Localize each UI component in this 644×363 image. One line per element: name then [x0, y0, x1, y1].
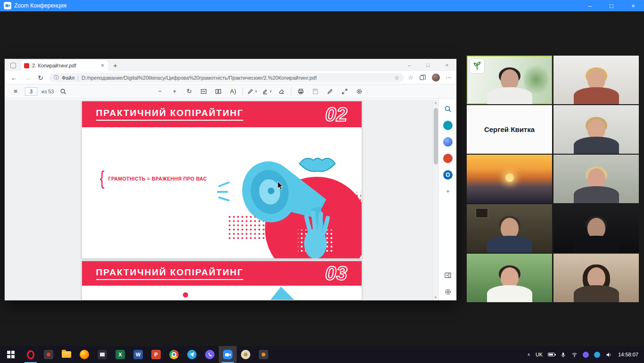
language-indicator[interactable]: UK	[536, 352, 543, 357]
taskbar-word-icon[interactable]: W	[129, 346, 147, 363]
read-aloud-button[interactable]: A)	[228, 86, 238, 97]
zoom-in-button[interactable]: +	[169, 86, 180, 97]
back-button[interactable]: ←	[9, 74, 19, 82]
scroll-down-icon[interactable]: ∨	[434, 294, 437, 300]
maximize-button[interactable]: □	[601, 0, 622, 11]
participant-tile-sunset[interactable]	[467, 155, 552, 203]
scroll-up-icon[interactable]: ∧	[434, 99, 437, 106]
pdf-settings-button[interactable]	[354, 86, 364, 97]
participant-tile[interactable]	[553, 56, 639, 104]
browser-minimize-button[interactable]: –	[400, 59, 419, 71]
taskbar-app-icon-1[interactable]	[40, 346, 58, 363]
chevron-down-icon: ∨	[255, 89, 257, 93]
taskbar-powerpoint-icon[interactable]: P	[147, 346, 165, 363]
taskbar: X W P ∧ UK 14:58:07	[0, 346, 644, 363]
hidden-icons-chevron[interactable]: ∧	[527, 352, 530, 357]
taskbar-zoom-icon[interactable]	[219, 346, 237, 363]
workspaces-icon[interactable]	[10, 63, 16, 68]
scrollbar-thumb[interactable]	[434, 108, 438, 165]
collections-button[interactable]	[419, 74, 426, 81]
slide-note-text: ГРАМОТНІСТЬ = ВРАЖЕННЯ ПРО ВАС	[108, 176, 207, 182]
taskbar-app-icon-2[interactable]	[93, 346, 111, 363]
sidebar-designer-icon[interactable]	[443, 137, 453, 147]
pdf-scrollbar[interactable]: ∧ ∨	[432, 99, 438, 300]
fit-page-button[interactable]	[198, 86, 209, 97]
print-button[interactable]	[296, 86, 306, 97]
profile-avatar[interactable]	[432, 74, 440, 82]
taskbar-file-explorer-icon[interactable]	[58, 346, 75, 363]
address-bar[interactable]: ⓘ Файл | D:/преподавание/Digital%20liter…	[49, 73, 404, 82]
erase-button[interactable]	[276, 86, 287, 97]
viber-tray-icon[interactable]	[583, 352, 589, 358]
taskbar-app-icon-3[interactable]	[237, 346, 255, 363]
browser-maximize-button[interactable]: □	[419, 59, 438, 71]
start-button[interactable]	[0, 346, 22, 363]
participant-tile-name-only[interactable]: Сергей Квитка	[467, 105, 552, 154]
slide-title: ПРАКТИЧНИЙ КОПІРАЙТИНГ	[96, 267, 244, 280]
highlight-button[interactable]: ∨	[262, 86, 272, 97]
participant-tile[interactable]	[553, 155, 639, 203]
page-number-input[interactable]	[25, 87, 37, 96]
sidebar-settings-icon[interactable]	[443, 287, 453, 297]
pdf-toolbar: ≡ из 53 − + ↻ A) ∨ ∨	[5, 84, 456, 99]
sidebar-add-icon[interactable]: +	[443, 187, 453, 196]
participant-tile-active-speaker[interactable]	[467, 56, 552, 104]
pdf-search-button[interactable]	[58, 86, 68, 97]
pdf-slide-1: ПРАКТИЧНИЙ КОПІРАЙТИНГ 02 { ГРАМОТНІСТЬ …	[82, 101, 362, 259]
participant-tile[interactable]	[467, 204, 552, 253]
edge-sidebar: O +	[439, 99, 456, 300]
sidebar-search-icon[interactable]	[443, 104, 453, 114]
favorites-button[interactable]: ☆	[408, 74, 413, 81]
address-divider: |	[77, 75, 79, 81]
participant-tile[interactable]	[553, 254, 639, 302]
sunset-sun	[505, 173, 514, 182]
slide-number: 02	[325, 105, 347, 124]
browser-menu-button[interactable]: ⋯	[446, 74, 452, 81]
taskbar-firefox-icon[interactable]	[75, 346, 93, 363]
pdf-viewport[interactable]: ПРАКТИЧНИЙ КОПІРАЙТИНГ 02 { ГРАМОТНІСТЬ …	[5, 99, 439, 300]
clock[interactable]: 14:58:07	[618, 352, 638, 357]
new-tab-button[interactable]: +	[113, 61, 117, 69]
minimize-button[interactable]: –	[579, 0, 601, 11]
microphone-tray-icon[interactable]	[560, 352, 566, 358]
telegram-tray-icon[interactable]	[594, 352, 600, 358]
sidebar-games-icon[interactable]	[443, 154, 453, 163]
browser-tab[interactable]: 2. Копирайтинг.pdf ×	[21, 60, 108, 71]
participant-tile[interactable]	[553, 105, 639, 154]
sidebar-discover-icon[interactable]	[443, 121, 453, 130]
volume-tray-icon[interactable]	[605, 352, 611, 358]
meeting-stage: 2. Копирайтинг.pdf × + – □ × ← → ↻ ⓘ Фай…	[0, 11, 644, 346]
taskbar-excel-icon[interactable]: X	[111, 346, 129, 363]
taskbar-opera-icon[interactable]	[22, 346, 40, 363]
taskbar-chrome-icon[interactable]	[165, 346, 183, 363]
browser-close-button[interactable]: ×	[438, 59, 456, 71]
browser-window: 2. Копирайтинг.pdf × + – □ × ← → ↻ ⓘ Фай…	[5, 59, 456, 300]
chevron-down-icon: ∨	[269, 89, 272, 93]
refresh-button[interactable]: ↻	[36, 74, 45, 82]
taskbar-app-icon-4[interactable]	[255, 346, 272, 363]
file-info-icon[interactable]: ⓘ	[54, 74, 59, 81]
participant-tile[interactable]	[467, 254, 552, 302]
tab-strip: 2. Копирайтинг.pdf × + – □ ×	[5, 59, 456, 71]
participant-tile[interactable]	[553, 204, 639, 253]
sidebar-collapse-icon[interactable]	[443, 271, 453, 280]
network-tray-icon[interactable]	[571, 352, 578, 358]
page-view-button[interactable]	[213, 86, 223, 97]
save-button[interactable]	[310, 86, 321, 97]
taskbar-telegram-icon[interactable]	[183, 346, 201, 363]
address-row: ← → ↻ ⓘ Файл | D:/преподавание/Digital%2…	[5, 71, 456, 84]
sidebar-outlook-icon[interactable]: O	[443, 170, 453, 180]
expand-button[interactable]	[339, 86, 350, 97]
zoom-out-button[interactable]: −	[155, 86, 165, 97]
add-favorite-icon[interactable]: ☆	[395, 74, 400, 81]
close-button[interactable]: ×	[622, 0, 644, 11]
draw-button[interactable]: ∨	[247, 86, 257, 97]
battery-icon[interactable]	[548, 353, 555, 356]
forward-button[interactable]: →	[23, 74, 32, 82]
system-tray: ∧ UK 14:58:07	[527, 352, 644, 358]
signature-button[interactable]	[325, 86, 335, 97]
toc-button[interactable]: ≡	[10, 86, 21, 97]
taskbar-viber-icon[interactable]	[201, 346, 219, 363]
rotate-button[interactable]: ↻	[184, 86, 194, 97]
tab-close-icon[interactable]: ×	[100, 62, 105, 69]
